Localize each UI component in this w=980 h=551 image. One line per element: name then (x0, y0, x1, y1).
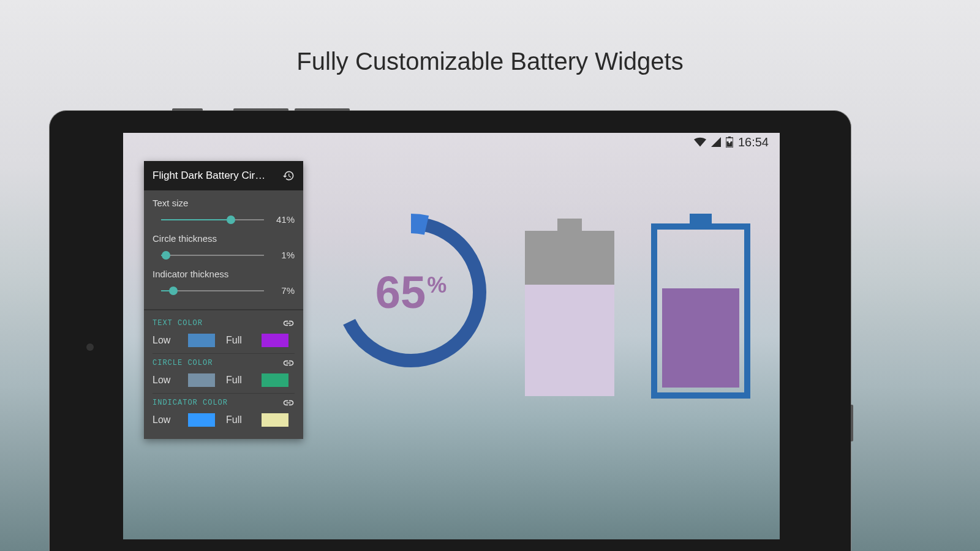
full-label: Full (226, 414, 251, 425)
battery-body (525, 231, 614, 396)
circle-thickness-slider[interactable] (161, 255, 264, 256)
tablet-frame: 16:54 Flight Dark Battery Cir… Text size (49, 110, 851, 551)
config-panel: Flight Dark Battery Cir… Text size 41% (144, 161, 303, 439)
battery-widget-solid[interactable] (525, 219, 614, 396)
color-heading: INDICATOR COLOR (153, 399, 228, 407)
indicator-color-full-swatch[interactable] (262, 413, 288, 427)
battery-body (651, 223, 750, 399)
page-title: Fully Customizable Battery Widgets (0, 0, 980, 75)
link-icon[interactable] (282, 319, 295, 328)
colors-section: TEXT COLOR Low Full CIRCLE COLOR (144, 310, 303, 439)
slider-value: 1% (271, 250, 295, 260)
color-heading: CIRCLE COLOR (153, 359, 213, 367)
battery-empty-portion (525, 231, 614, 285)
panel-header: Flight Dark Battery Cir… (144, 161, 303, 190)
low-label: Low (153, 335, 177, 346)
slider-label: Indicator thickness (153, 269, 295, 279)
full-label: Full (226, 375, 251, 386)
status-time: 16:54 (738, 135, 769, 149)
indicator-color-low-swatch[interactable] (188, 413, 215, 427)
slider-text-size: Text size 41% (153, 198, 295, 225)
slider-thumb[interactable] (227, 216, 235, 224)
slider-thumb[interactable] (162, 251, 170, 260)
panel-title: Flight Dark Battery Cir… (153, 170, 265, 182)
low-label: Low (153, 375, 177, 386)
color-heading: TEXT COLOR (153, 319, 203, 328)
sliders-section: Text size 41% Circle thickness (144, 190, 303, 310)
tablet-screen: 16:54 Flight Dark Battery Cir… Text size (123, 133, 780, 539)
battery-cap (690, 214, 712, 223)
signal-icon (711, 137, 721, 147)
text-color-block: TEXT COLOR Low Full (153, 314, 295, 354)
indicator-color-block: INDICATOR COLOR Low Full (153, 394, 295, 433)
wifi-icon (694, 137, 706, 147)
battery-cap (557, 219, 582, 231)
slider-label: Circle thickness (153, 233, 295, 244)
slider-indicator-thickness: Indicator thickness 7% (153, 269, 295, 296)
battery-circle-widget[interactable]: 65% (331, 212, 491, 372)
circle-color-low-swatch[interactable] (188, 373, 215, 387)
battery-status-icon (726, 137, 733, 148)
slider-circle-thickness: Circle thickness 1% (153, 233, 295, 260)
text-color-full-swatch[interactable] (262, 334, 288, 347)
full-label: Full (226, 335, 251, 346)
history-icon[interactable] (282, 170, 295, 182)
battery-fill (662, 288, 739, 388)
status-bar: 16:54 (683, 133, 780, 151)
link-icon[interactable] (282, 399, 295, 407)
tablet-camera (86, 343, 94, 351)
battery-circle-percent: 65% (331, 212, 491, 372)
battery-widget-outline[interactable] (651, 214, 750, 399)
slider-value: 41% (271, 214, 295, 225)
text-color-low-swatch[interactable] (188, 334, 215, 347)
indicator-thickness-slider[interactable] (161, 290, 264, 291)
circle-color-block: CIRCLE COLOR Low Full (153, 354, 295, 394)
slider-label: Text size (153, 198, 295, 208)
link-icon[interactable] (282, 359, 295, 367)
text-size-slider[interactable] (161, 219, 264, 220)
circle-color-full-swatch[interactable] (262, 373, 288, 387)
slider-value: 7% (271, 285, 295, 296)
low-label: Low (153, 414, 177, 425)
slider-thumb[interactable] (169, 287, 178, 295)
